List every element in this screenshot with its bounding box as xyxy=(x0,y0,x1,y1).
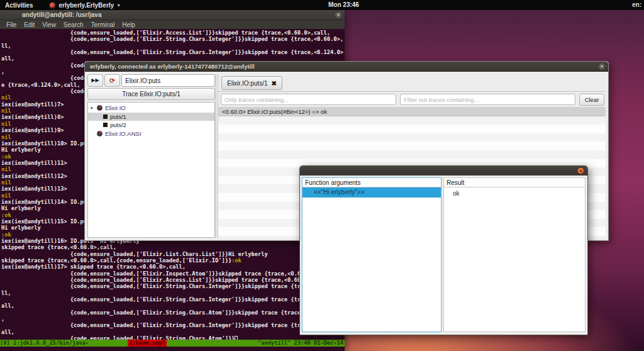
terminal-title: andytill@andytill: /usr/java xyxy=(22,11,101,18)
terminal-line: {code,ensure_loaded,['Elixir.Access.List… xyxy=(1,277,343,283)
trace-function-button[interactable]: Trace Elixir.IO:puts/1 xyxy=(87,88,215,100)
function-icon xyxy=(103,123,108,127)
refresh-modules-button[interactable]: ⟳ xyxy=(104,74,120,87)
app-menu-title: erlyberly.ErlyBerly xyxy=(58,2,114,9)
tmux-host-datetime: "andytill" 23:46 01-Dec-14 xyxy=(258,340,345,347)
terminal-line: , xyxy=(1,316,343,322)
activities-button[interactable]: Activities xyxy=(0,2,39,9)
terminal-line: {code,ensure_loaded,['Elixir.List.Chars.… xyxy=(1,251,343,257)
keyboard-indicator[interactable]: en: xyxy=(632,0,641,10)
terminal-line: ll, xyxy=(1,290,343,296)
menu-file[interactable]: File xyxy=(3,21,20,28)
terminal-menubar: FileEditViewSearchTerminalHelp xyxy=(0,20,345,29)
tree-label: puts/2 xyxy=(110,121,126,128)
tmux-status-bar: [0] 1:jdk1.8.0_25/bin/java- 2:beam.smp* … xyxy=(0,340,345,347)
clear-filters-button[interactable]: Clear xyxy=(579,94,604,106)
menu-help[interactable]: Help xyxy=(118,21,139,28)
terminal-line: skipped trace {trace,<0.60.0>,call, xyxy=(1,244,343,250)
menu-edit[interactable]: Edit xyxy=(20,21,38,28)
trace-row[interactable]: <0.60.0> Elixir.IO:puts(#Bin<12>) => ok xyxy=(218,108,606,116)
tree-module-Elixir.IO[interactable]: ▾Elixir.IO xyxy=(88,104,214,113)
terminal-line: {code,ensure_loaded,['Elixir.String.Char… xyxy=(1,283,343,289)
terminal-line: {code,ensure_loaded,['Elixir.Access.List… xyxy=(1,30,343,36)
refresh-icon: ⟳ xyxy=(109,77,115,84)
trace-detail-dialog: ✕ Function arguments <<"Hi erlyberly">> … xyxy=(299,165,588,335)
menu-view[interactable]: View xyxy=(38,21,60,28)
clock[interactable]: Mon 23:46 xyxy=(328,0,359,10)
chevron-down-icon: ▼ xyxy=(116,3,121,8)
function-arguments-header: Function arguments xyxy=(303,178,441,187)
desktop: { "colors": { "term": { "w": "#eeeeec", … xyxy=(0,0,644,351)
terminal-line: {code,ensure_loaded,['Elixir.String.Char… xyxy=(1,36,343,42)
gnome-top-bar: Activities erlyberly.ErlyBerly ▼ Mon 23:… xyxy=(0,0,644,10)
fast-forward-icon: ▶▶ xyxy=(91,77,99,83)
terminal-line: all, xyxy=(1,303,343,309)
function-icon xyxy=(103,114,108,119)
menu-search[interactable]: Search xyxy=(60,21,87,28)
tab-close-icon[interactable]: ✖ xyxy=(271,80,276,87)
traces-exclude-filter-input[interactable] xyxy=(400,94,575,105)
terminal-line: {code,ensure_loaded,['Elixir.String.Char… xyxy=(1,335,343,340)
terminal-line: {code,ensure_loaded,['Elixir.String.Char… xyxy=(1,322,343,328)
result-pane: Result ok xyxy=(443,177,586,332)
tree-label: Elixir.IO xyxy=(105,104,126,111)
erlyberly-app-icon xyxy=(49,2,56,9)
resume-traces-button[interactable]: ▶▶ xyxy=(87,74,103,87)
erlyberly-titlebar[interactable]: erlyberly, connected as erlyberly-141747… xyxy=(85,62,608,72)
tree-function-puts/1[interactable]: puts/1 xyxy=(88,113,214,121)
function-args-list[interactable]: <<"Hi erlyberly">> xyxy=(303,187,441,198)
expand-arrow-icon[interactable]: ▾ xyxy=(91,106,97,111)
app-menu[interactable]: erlyberly.ErlyBerly ▼ xyxy=(49,2,121,9)
close-icon[interactable]: ✕ xyxy=(577,167,584,174)
module-icon xyxy=(97,131,103,136)
terminal-line: {code,ensure_loaded,['Elixir.Inspect.Ato… xyxy=(1,270,343,277)
traces-include-filter-input[interactable] xyxy=(221,94,396,105)
terminal-line: iex(iex@andytill)17> skipped trace {trac… xyxy=(1,264,343,270)
terminal-line: {code,ensure_loaded,['Elixir.String.Char… xyxy=(1,296,343,303)
tmux-session-windows: [0] 1:jdk1.8.0_25/bin/java- xyxy=(0,340,89,347)
function-arguments-pane: Function arguments <<"Hi erlyberly">> xyxy=(302,177,441,332)
module-tree[interactable]: ▾Elixir.IOputs/1puts/2Elixir.IO.ANSI xyxy=(87,102,215,238)
trace-tab[interactable]: Elixir.IO:puts/1 ✖ xyxy=(221,76,282,90)
terminal-line: all, xyxy=(1,329,343,335)
erlyberly-title: erlyberly, connected as erlyberly-141747… xyxy=(90,63,255,70)
trace-tab-label: Elixir.IO:puts/1 xyxy=(227,80,267,87)
tree-label: puts/1 xyxy=(110,113,126,120)
terminal-titlebar[interactable]: andytill@andytill: /usr/java ✕ xyxy=(0,10,345,20)
terminal-line: ll, xyxy=(1,43,343,49)
module-search-input[interactable] xyxy=(121,74,215,87)
module-icon xyxy=(97,105,103,111)
trace-filter-row: Clear xyxy=(218,92,606,107)
result-header: Result xyxy=(444,178,585,187)
tree-function-puts/2[interactable]: puts/2 xyxy=(88,121,214,130)
terminal-line: {code,ensure_loaded,['Elixir.String.Char… xyxy=(1,309,343,316)
tree-module-Elixir.IO.ANSI[interactable]: Elixir.IO.ANSI xyxy=(88,130,214,138)
dialog-body: Function arguments <<"Hi erlyberly">> Re… xyxy=(300,176,587,334)
result-value: ok xyxy=(444,189,585,199)
terminal-line: {code,ensure_loaded,['Elixir.String.Char… xyxy=(1,49,343,55)
module-toolbar: ▶▶ ⟳ xyxy=(87,74,215,87)
menu-terminal[interactable]: Terminal xyxy=(87,21,119,28)
tmux-active-window[interactable]: 2:beam.smp* xyxy=(128,340,167,347)
argument-row[interactable]: <<"Hi erlyberly">> xyxy=(303,187,441,198)
terminal-bottom-strip xyxy=(0,347,345,351)
close-icon[interactable]: ✕ xyxy=(335,12,341,18)
tree-label: Elixir.IO.ANSI xyxy=(105,130,142,137)
close-icon[interactable]: ✕ xyxy=(599,64,605,70)
dialog-titlebar[interactable]: ✕ xyxy=(300,166,587,176)
module-pane: ▶▶ ⟳ Trace Elixir.IO:puts/1 ▾Elixir.IOpu… xyxy=(87,74,215,238)
trace-tab-bar: Elixir.IO:puts/1 ✖ xyxy=(218,74,606,92)
terminal-line: skipped trace {trace,<0.60.0>,call,{code… xyxy=(1,257,343,264)
